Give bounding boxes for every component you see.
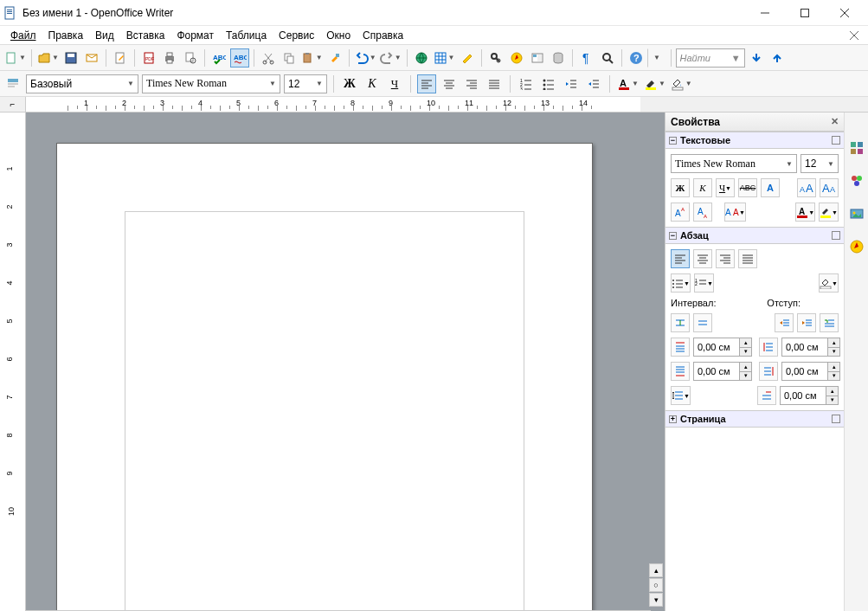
increase-spacing-button[interactable]: [671, 313, 690, 332]
paste-button[interactable]: ▼: [300, 48, 324, 68]
table-button[interactable]: ▼: [433, 48, 456, 68]
undo-button[interactable]: ▼: [354, 48, 377, 68]
zoom-button[interactable]: [598, 48, 617, 68]
find-replace-button[interactable]: [486, 48, 505, 68]
gallery-button[interactable]: [528, 48, 547, 68]
sidebar-italic-button[interactable]: К: [693, 178, 712, 197]
bold-button[interactable]: Ж: [340, 74, 359, 93]
page[interactable]: [56, 143, 593, 611]
spacing-above-input[interactable]: ▴▾: [693, 338, 752, 357]
hanging-indent-button[interactable]: [820, 313, 839, 332]
menu-edit[interactable]: Правка: [43, 28, 89, 43]
prev-page-button[interactable]: ▴: [649, 563, 663, 577]
nav-target-button[interactable]: ○: [649, 578, 663, 592]
sidebar-shadow-button[interactable]: A: [761, 178, 780, 197]
section-text[interactable]: −Текстовые: [665, 132, 844, 149]
tab-styles[interactable]: [847, 171, 866, 190]
help-button[interactable]: ?: [627, 48, 646, 68]
align-right-button[interactable]: [462, 74, 481, 93]
tab-gallery[interactable]: [847, 204, 866, 223]
font-color-button[interactable]: A▼: [616, 74, 640, 93]
align-justify-button[interactable]: [485, 74, 504, 93]
data-sources-button[interactable]: [549, 48, 568, 68]
paragraph-style-combo[interactable]: Базовый▼: [26, 74, 138, 93]
save-button[interactable]: [61, 48, 80, 68]
indent-right-input[interactable]: ▴▾: [781, 362, 840, 381]
background-color-button[interactable]: ▼: [670, 74, 693, 93]
tab-navigator[interactable]: [847, 237, 866, 256]
sidebar-bgcolor-button[interactable]: ▼: [819, 273, 839, 293]
section-page[interactable]: +Страница: [665, 410, 844, 428]
align-left-button[interactable]: [417, 74, 436, 93]
align-center-button[interactable]: [440, 74, 459, 93]
find-next-button[interactable]: [747, 48, 766, 68]
open-button[interactable]: ▼: [36, 48, 60, 68]
italic-button[interactable]: К: [363, 74, 382, 93]
indent-left-input[interactable]: ▴▾: [781, 338, 840, 357]
export-pdf-button[interactable]: PDF: [139, 48, 158, 68]
sidebar-font-color-button[interactable]: A▼: [795, 203, 815, 222]
menu-insert[interactable]: Вставка: [121, 28, 170, 43]
font-size-combo[interactable]: 12▼: [284, 74, 327, 93]
draw-functions-button[interactable]: [458, 48, 477, 68]
sidebar-grow-font-button[interactable]: AA: [797, 178, 816, 197]
print-preview-button[interactable]: [181, 48, 200, 68]
sidebar-align-left-button[interactable]: [671, 249, 690, 268]
highlight-button[interactable]: ▼: [643, 74, 666, 93]
format-paintbrush-button[interactable]: [325, 48, 344, 68]
copy-button[interactable]: [280, 48, 299, 68]
sidebar-strike-button[interactable]: ABC: [738, 178, 757, 197]
auto-spellcheck-button[interactable]: ABC: [230, 48, 249, 68]
horizontal-ruler[interactable]: 1234567891011121314: [26, 97, 640, 112]
document-area[interactable]: ▴ ○ ▾ ◂ ▸: [26, 113, 665, 611]
sidebar-size-combo[interactable]: 12▼: [800, 154, 839, 173]
hyperlink-button[interactable]: [412, 48, 431, 68]
sidebar-shrink-font-button[interactable]: AA: [820, 178, 839, 197]
spacing-below-input[interactable]: ▴▾: [693, 362, 752, 381]
numbered-list-button[interactable]: 123: [517, 74, 536, 93]
styles-button[interactable]: [3, 74, 23, 93]
redo-button[interactable]: ▼: [379, 48, 402, 68]
bullet-list-button[interactable]: [539, 74, 558, 93]
font-name-combo[interactable]: Times New Roman▼: [142, 74, 280, 93]
underline-button[interactable]: Ч: [385, 74, 404, 93]
sidebar-subscript-button[interactable]: AA: [693, 203, 712, 222]
decrease-spacing-button[interactable]: [693, 313, 712, 332]
decrease-indent-panel-button[interactable]: [797, 313, 816, 332]
nonprinting-chars-button[interactable]: ¶: [577, 48, 596, 68]
new-button[interactable]: ▼: [3, 48, 27, 68]
sidebar-number-list-button[interactable]: 12▼: [694, 273, 714, 293]
email-button[interactable]: [82, 48, 101, 68]
tab-properties[interactable]: [847, 138, 866, 158]
navigator-button[interactable]: [507, 48, 526, 68]
sidebar-underline-button[interactable]: Ч▼: [716, 178, 735, 197]
find-input[interactable]: Найти▼: [676, 48, 745, 68]
section-more-icon[interactable]: [832, 231, 840, 240]
menu-format[interactable]: Формат: [171, 28, 219, 43]
section-paragraph[interactable]: −Абзац: [665, 227, 844, 244]
sidebar-font-combo[interactable]: Times New Roman▼: [671, 154, 797, 173]
find-prev-button[interactable]: [768, 48, 787, 68]
section-more-icon[interactable]: [832, 415, 840, 423]
menu-window[interactable]: Окно: [321, 28, 356, 43]
indent-first-input[interactable]: ▴▾: [780, 386, 839, 405]
sidebar-bold-button[interactable]: Ж: [671, 178, 690, 197]
print-button[interactable]: [160, 48, 179, 68]
decrease-indent-button[interactable]: [562, 74, 581, 93]
sidebar-close-button[interactable]: ✕: [831, 116, 839, 127]
toolbar-more-button[interactable]: ▼: [647, 48, 666, 68]
sidebar-spacing-button[interactable]: AA▼: [724, 203, 746, 222]
cut-button[interactable]: [259, 48, 278, 68]
menu-table[interactable]: Таблица: [221, 28, 272, 43]
sidebar-superscript-button[interactable]: AA: [671, 203, 690, 222]
minimize-button[interactable]: [745, 0, 785, 26]
sidebar-align-justify-button[interactable]: [738, 249, 757, 268]
sidebar-align-right-button[interactable]: [716, 249, 735, 268]
spellcheck-button[interactable]: ABC: [209, 48, 228, 68]
maximize-button[interactable]: [785, 0, 825, 26]
menu-help[interactable]: Справка: [357, 28, 408, 43]
edit-file-button[interactable]: [111, 48, 130, 68]
sidebar-align-center-button[interactable]: [693, 249, 712, 268]
close-button[interactable]: [825, 0, 865, 26]
menu-view[interactable]: Вид: [90, 28, 119, 43]
